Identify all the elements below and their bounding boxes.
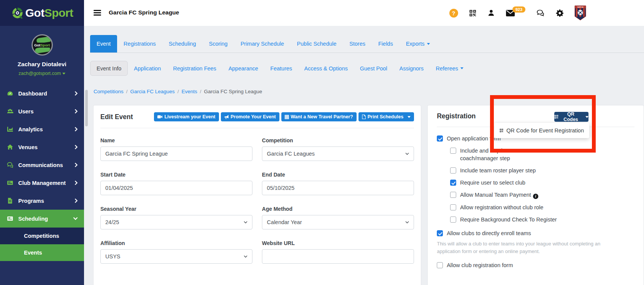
qr-codes-dropdown-button[interactable]: QR Codes [554, 112, 588, 122]
age-method-select[interactable]: Calendar Year [262, 215, 414, 229]
chevron-down-icon [405, 153, 409, 155]
tab-features[interactable]: Features [264, 61, 298, 76]
svg-text:GARCIA: GARCIA [577, 6, 584, 8]
checkbox-allow-manual-team-payment[interactable]: Allow Manual Team Paymenti [450, 191, 634, 199]
breadcrumb: Competitions/Garcia FC Leagues/Events/Ga… [94, 89, 644, 94]
qr-code-icon [500, 127, 503, 134]
tab-registrations[interactable]: Registrations [117, 35, 162, 53]
checkbox-icon [437, 230, 443, 236]
field-seasonal-year: Seasonal Year 24/25 [100, 206, 252, 229]
chevron-right-icon [75, 180, 78, 185]
tab-scoring[interactable]: Scoring [202, 35, 234, 53]
scrollbar-thumb[interactable] [85, 90, 88, 126]
user-name: Zachary Diotalevi [0, 61, 84, 68]
tab-event[interactable]: Event [90, 35, 117, 53]
chevron-right-icon [75, 162, 78, 167]
checkbox-include-roster-player-step[interactable]: Include team roster player step [450, 167, 634, 174]
livestream-event-button[interactable]: Livestream your Event [154, 112, 219, 121]
sidebar-item-dashboard[interactable]: Dashboard [0, 84, 84, 102]
promote-event-button[interactable]: Promote Your Event [221, 112, 279, 121]
tab-event-info[interactable]: Event Info [90, 61, 128, 76]
qr-code-button[interactable] [469, 10, 476, 17]
breadcrumb-competitions[interactable]: Competitions [94, 89, 124, 94]
website-url-input[interactable] [262, 249, 414, 264]
chevron-down-icon [73, 217, 78, 220]
info-icon[interactable]: i [533, 194, 538, 199]
messages-button[interactable]: 923 [506, 10, 525, 16]
checkbox-require-user-select-club[interactable]: Require user to select club [450, 179, 634, 186]
megaphone-icon [224, 115, 229, 119]
tab-fields[interactable]: Fields [372, 35, 400, 53]
chevron-right-icon [75, 198, 78, 203]
avatar[interactable]: GotSport [32, 34, 53, 56]
chevron-down-icon [460, 67, 463, 69]
tab-primary-schedule[interactable]: Primary Schedule [234, 35, 290, 53]
sidebar-item-users[interactable]: Users [0, 102, 84, 120]
checkbox-include-require-roster-coach[interactable]: Include and require team roster coach/ma… [450, 147, 634, 162]
edit-event-card: Edit Event Livestream your Event Promote… [93, 105, 421, 285]
seasonal-year-select[interactable]: 24/25 [100, 215, 252, 229]
sidebar-subitem-events[interactable]: Events [0, 244, 84, 261]
chat-button[interactable] [536, 10, 545, 17]
chevron-down-icon [585, 116, 588, 118]
tab-stores[interactable]: Stores [343, 35, 372, 53]
sidebar-item-venues[interactable]: Venues [0, 138, 84, 156]
sidebar-item-club-management[interactable]: Club Management [0, 174, 84, 192]
club-crest-icon: GARCIA [574, 5, 586, 21]
menu-toggle-icon[interactable] [94, 10, 101, 16]
checkbox-allow-clubs-directly-enroll[interactable]: Allow clubs to directly enroll teams [437, 229, 634, 237]
chevron-right-icon [75, 127, 78, 132]
club-crest[interactable]: GARCIA [574, 5, 586, 21]
id-card-icon [7, 180, 13, 186]
print-schedules-button[interactable]: Print Schedules [358, 112, 414, 121]
tab-appearance[interactable]: Appearance [222, 61, 264, 76]
settings-button[interactable] [556, 9, 563, 17]
checkbox-require-background-check[interactable]: Require Background Check To Register [450, 216, 634, 223]
chevron-down-icon [408, 116, 411, 118]
qr-menu-item-event-registration[interactable]: QR Code for Event Registration [494, 123, 589, 138]
name-input[interactable] [100, 146, 252, 161]
tab-scheduling[interactable]: Scheduling [162, 35, 203, 53]
chevron-down-icon [244, 255, 247, 258]
field-affiliation: Affiliation USYS [100, 240, 252, 264]
tab-exports[interactable]: Exports [400, 35, 436, 53]
person-icon [487, 9, 495, 17]
checkbox-allow-registration-without-club-role[interactable]: Allow registration without club role [450, 204, 634, 211]
start-date-input[interactable] [100, 181, 252, 195]
sidebar-subitem-competitions[interactable]: Competitions [0, 228, 84, 244]
tab-application[interactable]: Application [128, 61, 167, 76]
messages-count-badge: 923 [512, 6, 525, 13]
chevron-right-icon [75, 91, 78, 96]
sidebar-item-programs[interactable]: Programs [0, 192, 84, 210]
gotsport-app: GotSport Garcia FC Spring League ? 923 [0, 0, 644, 285]
tab-registration-fees[interactable]: Registration Fees [167, 61, 222, 76]
end-date-input[interactable] [262, 181, 414, 195]
breadcrumb-garcia-fc-leagues[interactable]: Garcia FC Leagues [130, 89, 175, 94]
gotsport-logo[interactable]: GotSport [0, 0, 84, 26]
tab-guest-pool[interactable]: Guest Pool [354, 61, 393, 76]
chevron-down-icon [405, 221, 409, 223]
sidebar-item-analytics[interactable]: Analytics [0, 120, 84, 138]
breadcrumb-events[interactable]: Events [181, 89, 197, 94]
travel-partner-button[interactable]: Want a New Travel Partner? [281, 112, 357, 121]
sidebar-item-communications[interactable]: Communications [0, 156, 84, 174]
tab-referees[interactable]: Referees [430, 61, 470, 76]
tab-access-options[interactable]: Access & Options [298, 61, 354, 76]
field-start-date: Start Date [100, 172, 252, 195]
profile-button[interactable] [487, 9, 495, 17]
checkbox-allow-club-registration-form[interactable]: Allow club registration form [437, 261, 634, 269]
help-button[interactable]: ? [449, 9, 458, 18]
tab-assignors[interactable]: Assignors [393, 61, 430, 76]
tab-public-schedule[interactable]: Public Schedule [290, 35, 343, 53]
main-tab-bar: Event Registrations Scheduling Scoring P… [90, 35, 644, 53]
gotsport-logo-icon [11, 6, 24, 19]
top-header: GotSport Garcia FC Spring League ? 923 [0, 0, 644, 26]
affiliation-select[interactable]: USYS [100, 249, 252, 264]
sidebar: GotSport Zachary Diotalevi zach@gotsport… [0, 26, 84, 285]
checkbox-icon [437, 135, 443, 142]
competition-select[interactable]: Garcia FC Leagues [262, 146, 414, 161]
users-icon [7, 108, 13, 115]
sidebar-item-scheduling[interactable]: Scheduling [0, 210, 84, 228]
main-content: Event Registrations Scheduling Scoring P… [84, 26, 644, 285]
user-email-dropdown[interactable]: zach@gotsport.com [0, 71, 84, 76]
